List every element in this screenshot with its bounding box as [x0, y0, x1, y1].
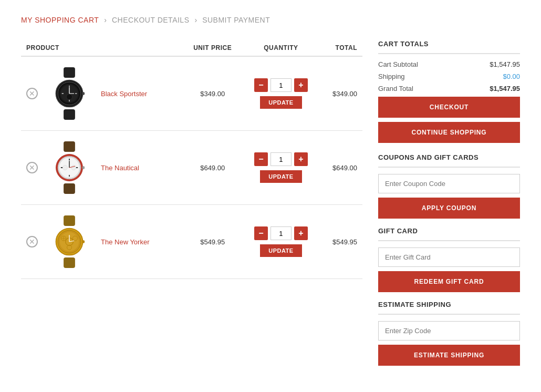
watch-svg-1	[48, 67, 90, 120]
checkout-button[interactable]: CHECKOUT	[378, 97, 520, 118]
svg-rect-26	[82, 166, 85, 169]
estimate-shipping-title: ESTIMATE SHIPPING	[378, 301, 520, 308]
estimate-divider	[378, 314, 520, 315]
svg-rect-27	[64, 183, 75, 194]
qty-input-3[interactable]	[270, 226, 292, 240]
remove-item-1[interactable]: ✕	[26, 88, 38, 99]
main-content: PRODUCT UNIT PRICE QUANTITY TOTAL ✕	[21, 40, 520, 370]
qty-input-1[interactable]	[270, 78, 292, 92]
table-row: ✕	[21, 56, 362, 131]
svg-rect-8	[61, 93, 64, 94]
remove-item-2[interactable]: ✕	[26, 162, 38, 173]
coupons-title: COUPONS AND GIFT CARDS	[378, 153, 520, 161]
totals-divider	[378, 53, 520, 54]
update-btn-2[interactable]: UPDATE	[260, 170, 301, 183]
unit-price-1: $349.00	[183, 56, 242, 131]
coupons-divider	[378, 167, 520, 168]
remove-item-3[interactable]: ✕	[26, 236, 38, 247]
watch-image-3	[46, 213, 93, 271]
breadcrumb-sep-2: ›	[194, 16, 197, 24]
product-name-2: The Nautical	[101, 164, 139, 172]
product-name-1: Black Sportster	[101, 90, 147, 98]
cart-section: PRODUCT UNIT PRICE QUANTITY TOTAL ✕	[21, 40, 362, 370]
subtotal-row: Cart Subtotal $1,547.95	[378, 60, 520, 68]
col-total: TOTAL	[320, 40, 362, 56]
coupon-input[interactable]	[378, 174, 520, 193]
svg-point-5	[67, 94, 72, 100]
table-row: ✕	[21, 131, 362, 205]
shipping-row: Shipping $0.00	[378, 73, 520, 80]
quantity-cell-3: − + UPDATE	[242, 205, 320, 279]
sidebar: CART TOTALS Cart Subtotal $1,547.95 Ship…	[378, 40, 520, 370]
qty-decrease-3[interactable]: −	[254, 226, 268, 240]
col-product: PRODUCT	[21, 40, 183, 56]
unit-price-3: $549.95	[183, 205, 242, 279]
svg-rect-9	[75, 93, 77, 94]
product-cell-2: ✕	[26, 139, 178, 197]
watch-image-1	[46, 65, 93, 122]
product-name-3: The New Yorker	[101, 238, 150, 246]
qty-increase-1[interactable]: +	[294, 78, 308, 92]
estimate-shipping-section: ESTIMATE SHIPPING ESTIMATE SHIPPING	[378, 301, 520, 366]
update-btn-1[interactable]: UPDATE	[260, 96, 301, 109]
qty-wrapper-3: − + UPDATE	[247, 226, 315, 257]
grand-total-row: Grand Total $1,547.95	[378, 85, 520, 92]
table-row: ✕	[21, 205, 362, 279]
estimate-shipping-button[interactable]: ESTIMATE SHIPPING	[378, 345, 520, 366]
col-unit-price: UNIT PRICE	[183, 40, 242, 56]
cart-table: PRODUCT UNIT PRICE QUANTITY TOTAL ✕	[21, 40, 362, 279]
qty-increase-3[interactable]: +	[294, 226, 308, 240]
qty-increase-2[interactable]: +	[294, 152, 308, 166]
watch-image-2	[46, 139, 93, 197]
svg-rect-6	[69, 86, 70, 88]
gift-card-title: GIFT CARD	[378, 227, 520, 235]
gift-divider	[378, 240, 520, 241]
svg-rect-22	[61, 167, 63, 168]
watch-svg-2	[48, 141, 90, 194]
svg-rect-0	[64, 67, 75, 78]
svg-rect-13	[64, 109, 75, 120]
quantity-cell-2: − + UPDATE	[242, 131, 320, 205]
zip-code-input[interactable]	[378, 321, 520, 341]
svg-rect-20	[69, 159, 70, 161]
product-cell-3: ✕	[26, 213, 178, 271]
svg-rect-23	[76, 167, 78, 168]
total-1: $349.00	[320, 56, 362, 131]
total-3: $549.95	[320, 205, 362, 279]
qty-controls-3: − +	[254, 226, 308, 240]
svg-rect-41	[64, 257, 75, 268]
update-btn-3[interactable]: UPDATE	[260, 244, 301, 257]
apply-coupon-button[interactable]: APPLY COUPON	[378, 198, 520, 219]
svg-rect-21	[69, 175, 70, 177]
coupons-section: COUPONS AND GIFT CARDS APPLY COUPON GIFT…	[378, 153, 520, 366]
product-cell-1: ✕	[26, 65, 178, 122]
breadcrumb: My Shopping Cart › CHECKOUT DETAILS › SU…	[21, 11, 520, 24]
subtotal-label: Cart Subtotal	[378, 60, 418, 68]
grand-total-label: Grand Total	[378, 85, 413, 92]
total-2: $649.00	[320, 131, 362, 205]
svg-rect-40	[82, 240, 85, 243]
breadcrumb-sep-1: ›	[104, 16, 107, 24]
continue-shopping-button[interactable]: CONTINUE SHOPPING	[378, 122, 520, 143]
col-quantity: QUANTITY	[242, 40, 320, 56]
redeem-gift-card-button[interactable]: REDEEM GIFT CARD	[378, 271, 520, 292]
breadcrumb-my-cart[interactable]: My Shopping Cart	[21, 16, 99, 24]
svg-rect-7	[69, 100, 70, 102]
shipping-label: Shipping	[378, 73, 405, 80]
qty-input-2[interactable]	[270, 152, 292, 166]
unit-price-2: $649.00	[183, 131, 242, 205]
svg-point-19	[71, 165, 76, 170]
qty-controls-1: − +	[254, 78, 308, 92]
cart-totals-title: CART TOTALS	[378, 40, 520, 48]
svg-rect-14	[64, 141, 75, 152]
qty-decrease-2[interactable]: −	[254, 152, 268, 166]
gift-card-input[interactable]	[378, 247, 520, 267]
quantity-cell-1: − + UPDATE	[242, 56, 320, 131]
qty-decrease-1[interactable]: −	[254, 78, 268, 92]
qty-controls-2: − +	[254, 152, 308, 166]
breadcrumb-checkout-details[interactable]: CHECKOUT DETAILS	[112, 16, 190, 24]
gift-card-section: GIFT CARD REDEEM GIFT CARD	[378, 227, 520, 292]
watch-svg-3	[48, 215, 90, 268]
breadcrumb-submit-payment[interactable]: SUBMIT PAYMENT	[202, 16, 270, 24]
qty-wrapper-2: − + UPDATE	[247, 152, 315, 183]
